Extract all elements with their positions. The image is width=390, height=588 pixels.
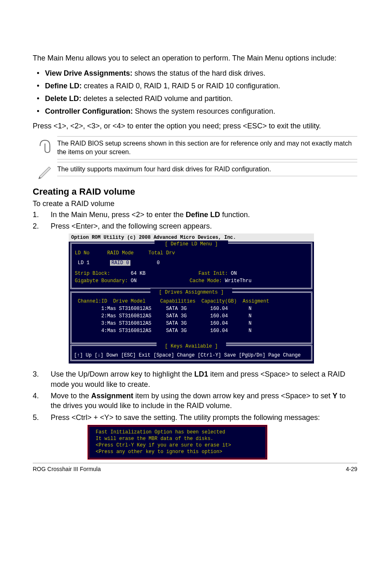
step-3: Use the Up/Down arrow key to highlight t…	[33, 369, 357, 389]
bios-tab-drives: [ Drives Assignments ]	[150, 289, 232, 296]
bios-tab-keys: [ Keys Available ]	[157, 343, 226, 350]
footer-left: ROG Crosshair III Formula	[33, 466, 101, 472]
step-4: Move to the Assignment item by using the…	[33, 391, 357, 411]
section-subline: To create a RAID volume	[33, 200, 357, 208]
pen-icon	[33, 162, 57, 179]
list-item: Define LD: creates a RAID 0, RAID 1, RAI…	[45, 81, 357, 92]
note-text: The utility supports maximum four hard d…	[57, 162, 357, 177]
feature-list: View Drive Assignments: shows the status…	[33, 68, 357, 117]
press-instruction: Press <1>, <2>, <3>, or <4> to enter the…	[33, 121, 357, 131]
note-text: The RAID BIOS setup screens shown in thi…	[57, 136, 357, 159]
intro-text: The Main Menu allows you to select an op…	[33, 53, 357, 63]
section-heading: Creating a RAID volume	[33, 186, 357, 197]
list-item: Controller Configuration: Shows the syst…	[45, 106, 357, 117]
bios-tab-define-ld: [ Define LD Menu ]	[155, 240, 228, 248]
list-item: Delete LD: deletes a selected RAID volum…	[45, 93, 357, 104]
step-1: In the Main Menu, press <2> to enter the…	[33, 210, 357, 220]
list-item: View Drive Assignments: shows the status…	[45, 68, 357, 79]
step-5: Press <Ctrl> + <Y> to save the setting. …	[33, 413, 357, 460]
bios-screenshot: Option ROM Utility (c) 2008 Advanced Mic…	[69, 233, 314, 364]
bios-keys-line: [↑] Up [↓] Down [ESC] Exit [Space] Chang…	[74, 352, 309, 359]
paperclip-icon	[33, 136, 57, 153]
step-2: Press <Enter>, and the following screen …	[33, 221, 357, 364]
bios-dialog: Fast Initialization Option has been sele…	[87, 425, 267, 460]
footer-right: 4-29	[346, 466, 357, 472]
